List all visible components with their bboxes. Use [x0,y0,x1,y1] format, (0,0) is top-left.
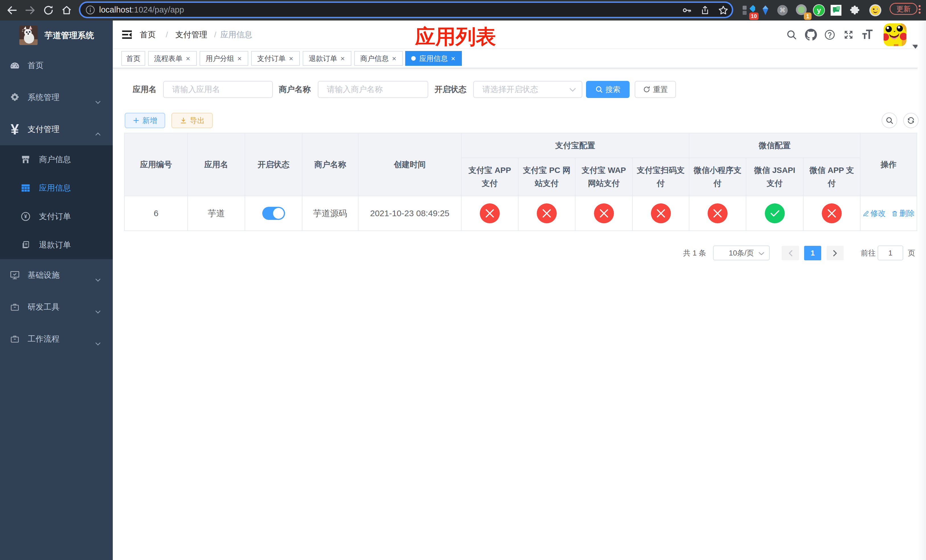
svg-text:¥: ¥ [24,213,27,219]
svg-text:y: y [817,6,821,14]
svg-text:⌘: ⌘ [780,7,785,14]
